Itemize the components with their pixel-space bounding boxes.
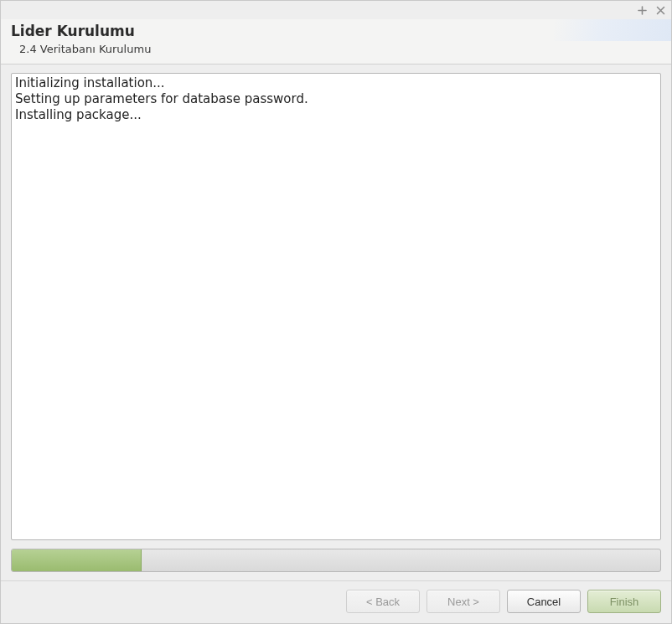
progress-bar bbox=[11, 549, 661, 572]
close-icon[interactable] bbox=[654, 4, 666, 16]
wizard-content: Initializing installation...Setting up p… bbox=[1, 64, 671, 580]
next-button[interactable]: Next > bbox=[426, 590, 500, 613]
log-line: Initializing installation... bbox=[15, 75, 657, 91]
finish-button[interactable]: Finish bbox=[587, 590, 661, 613]
wizard-window: Lider Kurulumu 2.4 Veritabanı Kurulumu I… bbox=[0, 0, 672, 624]
wizard-header: Lider Kurulumu 2.4 Veritabanı Kurulumu bbox=[1, 19, 671, 64]
header-accent bbox=[554, 19, 671, 41]
plus-icon[interactable] bbox=[636, 4, 648, 16]
log-line: Setting up parameters for database passw… bbox=[15, 91, 657, 107]
cancel-button[interactable]: Cancel bbox=[507, 590, 581, 613]
progress-fill bbox=[12, 549, 142, 571]
wizard-footer: < Back Next > Cancel Finish bbox=[1, 580, 671, 623]
window-titlebar bbox=[1, 1, 671, 19]
log-line: Installing package... bbox=[15, 107, 657, 123]
wizard-subtitle: 2.4 Veritabanı Kurulumu bbox=[19, 43, 661, 55]
back-button[interactable]: < Back bbox=[346, 590, 420, 613]
install-log[interactable]: Initializing installation...Setting up p… bbox=[11, 73, 661, 540]
